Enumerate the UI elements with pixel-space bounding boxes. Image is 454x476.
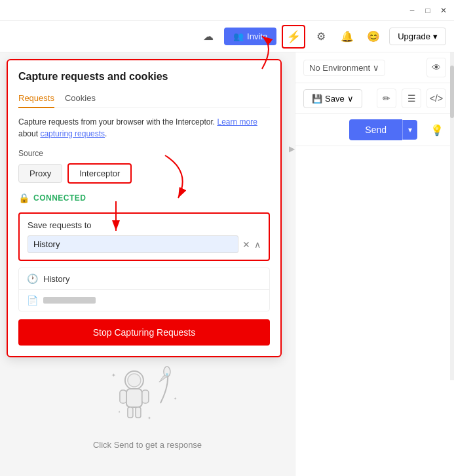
- save-toolbar: 💾 Save ∨ ✏ ☰ </>: [295, 83, 454, 114]
- minimize-button[interactable]: –: [407, 5, 417, 16]
- proxy-button[interactable]: Proxy: [18, 164, 62, 183]
- env-arrow-icon: ∨: [373, 63, 379, 73]
- close-button[interactable]: ✕: [438, 5, 449, 16]
- tab-cookies[interactable]: Cookies: [65, 89, 96, 108]
- connected-status: CONNECTED: [33, 193, 86, 203]
- collection-icon: 📄: [27, 295, 38, 306]
- bulb-icon: 💡: [428, 121, 446, 139]
- capture-description: Capture requests from your browser with …: [18, 116, 270, 140]
- invite-icon: 👥: [233, 31, 244, 41]
- svg-point-11: [166, 373, 168, 376]
- interceptor-source-button[interactable]: Interceptor: [67, 163, 132, 184]
- svg-point-4: [128, 374, 141, 387]
- svg-text:✦: ✦: [111, 372, 116, 378]
- right-panel: No Environment ∨ 👁 💾 Save ∨ ✏ ☰ </> Send…: [295, 52, 454, 476]
- svg-text:✦: ✦: [147, 416, 151, 420]
- save-input-row: ✕ ∧: [28, 235, 261, 253]
- popup-title: Capture requests and cookies: [18, 71, 270, 83]
- collapse-input-button[interactable]: ∧: [254, 239, 261, 250]
- history-icon: 🕐: [27, 273, 38, 284]
- title-bar: – □ ✕: [0, 0, 454, 21]
- cloud-icon[interactable]: ☁: [198, 26, 219, 47]
- scrollbar-thumb[interactable]: [450, 66, 454, 118]
- save-requests-label: Save requests to: [28, 220, 261, 230]
- connected-row: 🔒 CONNECTED: [18, 193, 270, 203]
- interceptor-button[interactable]: ⚡: [282, 25, 305, 49]
- invite-button[interactable]: 👥 Invite: [224, 28, 276, 45]
- click-send-hint: Click Send to get a response: [93, 440, 202, 450]
- svg-rect-9: [136, 407, 141, 418]
- code-icon[interactable]: </>: [426, 89, 446, 108]
- send-dropdown-button[interactable]: ▾: [402, 120, 417, 140]
- source-label: Source: [18, 149, 270, 158]
- svg-rect-5: [126, 389, 142, 407]
- svg-text:✦: ✦: [174, 397, 177, 401]
- edit-icon[interactable]: ✏: [377, 89, 396, 108]
- clear-input-button[interactable]: ✕: [242, 239, 250, 250]
- upgrade-button[interactable]: Upgrade ▾: [389, 28, 446, 45]
- svg-rect-7: [142, 390, 149, 403]
- list-item[interactable]: 📄: [19, 290, 269, 311]
- capture-popup: Capture requests and cookies Requests Co…: [7, 59, 282, 357]
- comment-icon[interactable]: ☰: [402, 89, 421, 108]
- interceptor-icon: ⚡: [286, 30, 301, 44]
- save-arrow-icon: ∨: [347, 94, 354, 104]
- learn-more-link[interactable]: Learn more: [217, 117, 257, 127]
- main-toolbar: ☁ 👥 Invite ⚡ ⚙ 🔔 😊 Upgrade ▾: [0, 21, 454, 52]
- eye-icon[interactable]: 👁: [426, 58, 446, 77]
- save-button[interactable]: 💾 Save ∨: [303, 89, 362, 108]
- environment-selector[interactable]: No Environment ∨: [303, 60, 385, 76]
- send-button[interactable]: Send: [349, 119, 402, 140]
- save-floppy-icon: 💾: [312, 94, 322, 104]
- left-panel: Capture requests and cookies Requests Co…: [0, 52, 295, 476]
- history-label: History: [43, 274, 69, 284]
- stop-capturing-button[interactable]: Stop Capturing Requests: [18, 319, 270, 346]
- scrollbar-track[interactable]: [450, 52, 454, 380]
- svg-rect-8: [128, 407, 133, 418]
- avatar-icon[interactable]: 😊: [363, 26, 384, 47]
- send-row: Send ▾ 💡: [295, 114, 454, 146]
- main-layout: Capture requests and cookies Requests Co…: [0, 52, 454, 476]
- capturing-requests-link[interactable]: capturing requests: [40, 129, 105, 138]
- lock-icon: 🔒: [18, 193, 29, 203]
- astronaut-illustration: ✦ ✦ ✦ ✦: [108, 364, 187, 429]
- source-row: Proxy Interceptor: [18, 163, 270, 184]
- collapse-indicator[interactable]: ▶: [289, 144, 295, 153]
- tabs-row: Requests Cookies: [18, 89, 270, 108]
- settings-icon[interactable]: ⚙: [311, 26, 331, 47]
- blurred-collection-label: [43, 297, 96, 304]
- save-requests-input[interactable]: [28, 235, 238, 253]
- save-requests-box: Save requests to ✕ ∧: [18, 212, 270, 261]
- env-toolbar: No Environment ∨ 👁: [295, 52, 454, 83]
- save-dropdown-list: 🕐 History 📄: [18, 268, 270, 311]
- svg-text:✦: ✦: [118, 410, 121, 414]
- list-item[interactable]: 🕐 History: [19, 268, 269, 290]
- notification-icon[interactable]: 🔔: [337, 26, 358, 47]
- upgrade-arrow-icon: ▾: [433, 31, 438, 41]
- tab-requests[interactable]: Requests: [18, 89, 54, 108]
- svg-rect-6: [120, 390, 126, 403]
- maximize-button[interactable]: □: [423, 5, 433, 16]
